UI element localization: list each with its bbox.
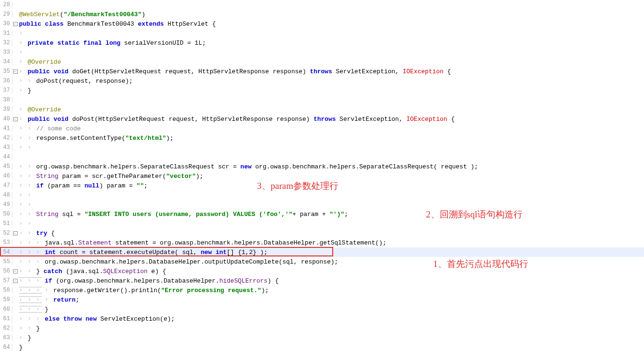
line-number: 32: [0, 39, 12, 46]
indent-guide: ›: [18, 57, 27, 67]
code-content: }: [44, 306, 49, 313]
code-content: org.owasp.benchmark.helpers.SeparateClas…: [35, 163, 478, 170]
indent-guide: ›: [27, 143, 35, 152]
code-line[interactable]: 53›››java.sql.Statement statement = org.…: [0, 238, 644, 247]
code-line[interactable]: 48››: [0, 190, 644, 200]
code-line[interactable]: 62››}: [0, 324, 644, 333]
indent-guide: ›: [27, 200, 35, 209]
code-line[interactable]: 49››: [0, 200, 644, 209]
code-line-highlighted[interactable]: 54›››int count = statement.executeUpdate…: [0, 247, 644, 257]
fold-gutter[interactable]: −: [12, 269, 18, 274]
code-line[interactable]: 59››››return;: [0, 295, 644, 304]
indent-guide: ›: [18, 266, 27, 276]
classname: String: [36, 173, 62, 180]
code-content: public void doGet(HttpServletRequest req…: [27, 68, 451, 75]
code-line[interactable]: 32›private static final long serialVersi…: [0, 38, 644, 48]
code-content: } catch (java.sql.SQLException e) {: [35, 268, 166, 275]
fold-toggle-icon[interactable]: −: [13, 117, 18, 121]
code-line[interactable]: 44: [0, 152, 644, 162]
line-number: 39: [0, 106, 12, 113]
code-line[interactable]: 36››doPost(request, response);: [0, 76, 644, 86]
change-marker: [19, 306, 42, 313]
indent-guide: ›: [35, 247, 44, 257]
indent-guide: ›: [27, 124, 35, 133]
line-number: 29: [0, 11, 12, 18]
code-line[interactable]: 31›: [0, 29, 644, 38]
line-number: 34: [0, 59, 12, 65]
code-content: response.getWriter().println("Error proc…: [52, 287, 269, 294]
code-line[interactable]: 29@WebServlet("/BenchmarkTest00043"): [0, 10, 644, 19]
line-number: 38: [0, 97, 12, 103]
code-content: public void doPost(HttpServletRequest re…: [27, 116, 455, 123]
indent-guide: ›: [18, 67, 27, 76]
code-line[interactable]: 56−››} catch (java.sql.SQLException e) {: [0, 266, 644, 276]
line-number: 50: [0, 211, 12, 217]
line-number: 35: [0, 68, 12, 75]
line-number: 62: [0, 325, 12, 332]
fold-toggle-icon[interactable]: −: [13, 269, 18, 274]
code-line[interactable]: 41››// some code: [0, 124, 644, 133]
code-line[interactable]: 47››if (param == null) param = ""; 3、par…: [0, 181, 644, 190]
code-editor[interactable]: 28 29@WebServlet("/BenchmarkTest00043") …: [0, 0, 644, 352]
string-literal: "text/html": [125, 135, 166, 142]
code-line[interactable]: 50››String sql = "INSERT INTO users (use…: [0, 209, 644, 219]
fold-toggle-icon[interactable]: −: [13, 231, 18, 235]
fold-toggle-icon[interactable]: −: [13, 69, 18, 74]
line-number: 36: [0, 78, 12, 84]
keyword: int: [45, 249, 59, 256]
fold-gutter[interactable]: −: [12, 21, 18, 27]
code-line[interactable]: 64}: [0, 343, 644, 352]
indent-guide: ›: [44, 295, 52, 304]
string-literal: "INSERT INTO users (username, password) …: [84, 211, 292, 218]
indent-guide: ›: [18, 247, 27, 257]
fold-gutter[interactable]: −: [12, 117, 18, 122]
code-line[interactable]: 28: [0, 0, 644, 10]
code-line[interactable]: 52−››try {: [0, 228, 644, 238]
code-line[interactable]: 51››: [0, 219, 644, 228]
fold-gutter[interactable]: −: [12, 69, 18, 74]
indent-guide: ›: [18, 171, 27, 181]
code-line[interactable]: 39›@Override: [0, 105, 644, 114]
indent-guide: ›: [18, 190, 27, 200]
code-line[interactable]: 61›››else throw new ServletException(e);: [0, 314, 644, 324]
indent-guide: ›: [18, 181, 27, 190]
code-content: try {: [35, 230, 55, 237]
indent-guide: ›: [27, 76, 35, 86]
code-content: response.setContentType("text/html");: [35, 135, 174, 142]
code-line[interactable]: 43››: [0, 143, 644, 152]
code-line[interactable]: 37›}: [0, 86, 644, 95]
indent-guide: ›: [18, 38, 27, 48]
line-number: 42: [0, 135, 12, 141]
code-line[interactable]: 45››org.owasp.benchmark.helpers.Separate…: [0, 162, 644, 171]
code-line[interactable]: 55›››org.owasp.benchmark.helpers.Databas…: [0, 257, 644, 266]
line-number: 28: [0, 1, 12, 8]
code-line[interactable]: 30−public class BenchmarkTest00043 exten…: [0, 19, 644, 29]
code-line[interactable]: 40−›public void doPost(HttpServletReques…: [0, 114, 644, 124]
fold-gutter[interactable]: −: [12, 231, 18, 236]
line-number: 54: [0, 249, 12, 255]
classname: String: [36, 211, 62, 218]
fold-toggle-icon[interactable]: −: [13, 22, 18, 26]
code-line[interactable]: 42››response.setContentType("text/html")…: [0, 133, 644, 143]
indent-guide: ›: [18, 219, 27, 228]
code-line[interactable]: 60›››}: [0, 304, 644, 314]
code-line[interactable]: 46››String param = scr.getTheParameter("…: [0, 171, 644, 181]
line-number: 40: [0, 116, 12, 122]
code-line[interactable]: 35−›public void doGet(HttpServletRequest…: [0, 67, 644, 76]
line-number: 43: [0, 144, 12, 151]
indent-guide: ›: [27, 181, 35, 190]
code-line[interactable]: 58››››response.getWriter().println("Erro…: [0, 285, 644, 295]
indent-guide: ›: [18, 314, 27, 324]
annotation: @Override: [28, 59, 61, 66]
code-line[interactable]: 34›@Override: [0, 57, 644, 67]
fold-gutter[interactable]: −: [12, 278, 18, 284]
code-line[interactable]: 57−›››if (org.owasp.benchmark.helpers.Da…: [0, 276, 644, 285]
code-line[interactable]: 63›}: [0, 333, 644, 343]
code-line[interactable]: 38: [0, 95, 644, 105]
code-line[interactable]: 33›: [0, 48, 644, 57]
indent-guide: ›: [27, 247, 35, 257]
line-number: 31: [0, 30, 12, 37]
fold-toggle-icon[interactable]: −: [13, 279, 18, 283]
indent-guide: ›: [18, 133, 27, 143]
line-number: 49: [0, 201, 12, 208]
